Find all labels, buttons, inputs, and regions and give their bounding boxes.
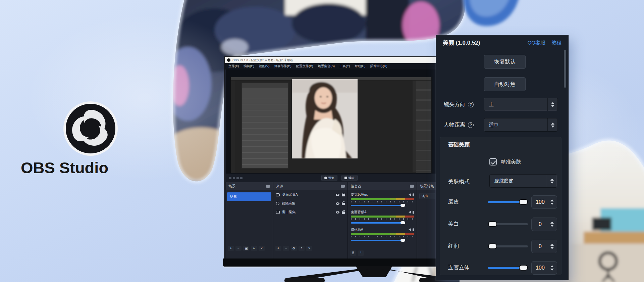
source-name: 窗口采集 <box>282 210 333 215</box>
fader-icon[interactable] <box>413 228 414 231</box>
rosy-slider[interactable] <box>488 245 528 247</box>
monitor-stand <box>272 266 460 282</box>
rosy-spinbox[interactable]: 0 <box>531 240 557 253</box>
fader-icon[interactable] <box>413 193 414 196</box>
speaker-icon[interactable] <box>409 193 411 196</box>
visibility-eye-icon[interactable] <box>336 194 339 196</box>
speaker-icon[interactable] <box>409 211 411 214</box>
help-icon[interactable]: ? <box>468 102 474 107</box>
tutorial-link[interactable]: 教程 <box>551 40 561 46</box>
help-icon[interactable]: ? <box>468 122 474 128</box>
dock-menu-icon[interactable] <box>341 185 345 188</box>
preview-toggle-button[interactable]: 预览 <box>321 175 337 181</box>
source-item[interactable]: 桌面采集A <box>273 190 347 199</box>
meter-ticks <box>351 218 414 220</box>
precise-skin-row: 精准美肤 <box>489 158 521 166</box>
precise-skin-checkbox[interactable] <box>489 158 497 166</box>
scene-filters-button[interactable]: ▣ <box>243 246 249 251</box>
smoothing-slider[interactable] <box>488 201 528 203</box>
camera-direction-select[interactable]: 上 <box>484 98 558 111</box>
menu-tools[interactable]: 工具(T) <box>339 64 350 68</box>
obs-titlebar[interactable]: OBS 29.1.3 - 配置文件: 未命名 - 场景: 未命名 <box>225 57 436 63</box>
face-3d-slider-row: 五官立体 100 <box>440 261 561 275</box>
spin-arrows-icon[interactable] <box>549 244 557 249</box>
person-distance-select[interactable]: 适中 <box>484 118 558 132</box>
source-name: 视频采集 <box>282 201 333 206</box>
edit-toggle-button[interactable]: 编辑 <box>341 175 358 181</box>
remove-source-button[interactable]: − <box>283 246 289 251</box>
qq-support-link[interactable]: QQ客服 <box>528 40 545 46</box>
face-3d-spinbox[interactable]: 100 <box>531 261 557 275</box>
smoothing-label: 磨皮 <box>448 198 459 205</box>
channel-name: 桌面音频A <box>351 210 367 215</box>
menu-edit[interactable]: 编辑(E) <box>244 64 254 68</box>
meter-ticks <box>351 201 414 202</box>
lock-icon[interactable] <box>342 203 345 205</box>
whitening-spinbox[interactable]: 0 <box>531 218 557 231</box>
dock-menu-icon[interactable] <box>266 185 270 188</box>
blue-wedge <box>463 0 519 26</box>
autofocus-button[interactable]: 自动对焦 <box>484 77 526 91</box>
volume-slider[interactable] <box>351 203 414 208</box>
volume-meter <box>351 198 414 200</box>
speaker-icon[interactable] <box>409 228 411 231</box>
menu-file[interactable]: 文件(F) <box>228 64 239 68</box>
restore-defaults-button[interactable]: 恢复默认 <box>484 55 526 69</box>
transition-select[interactable]: 淡出 <box>419 193 435 199</box>
source-up-button[interactable]: ˄ <box>299 246 305 251</box>
mixer-alert-button[interactable]: ! <box>358 250 364 256</box>
add-scene-button[interactable]: + <box>228 246 234 251</box>
source-down-button[interactable]: ˅ <box>306 246 312 251</box>
scenes-toolbar: + − ▣ ˄ ˅ <box>228 246 265 251</box>
scene-up-button[interactable]: ˄ <box>251 246 257 251</box>
spin-arrows-icon[interactable] <box>549 222 557 227</box>
scene-item-selected[interactable]: 场景 <box>227 192 271 201</box>
source-item[interactable]: 窗口采集 <box>273 208 347 217</box>
smoothing-spinbox[interactable]: 100 <box>531 195 557 209</box>
menu-profile[interactable]: 配置文件(P) <box>296 64 313 68</box>
add-source-button[interactable]: + <box>275 246 281 251</box>
menu-help[interactable]: 帮助(H) <box>355 64 365 68</box>
whitening-label: 美白 <box>448 221 459 228</box>
mixer-channel: 桌面音频A <box>348 208 417 225</box>
menu-scene-collection[interactable]: 场景集合(S) <box>318 64 335 68</box>
source-item[interactable]: 视频采集 <box>273 199 347 208</box>
rosy-value: 0 <box>532 243 549 249</box>
visibility-eye-icon[interactable] <box>336 202 339 205</box>
menu-plugin-center[interactable]: 插件中心(U) <box>370 64 387 68</box>
mixer-config-button[interactable]: 🎚 <box>350 250 356 256</box>
spin-arrows-icon[interactable] <box>549 199 557 205</box>
smoothing-value: 100 <box>532 199 549 205</box>
lock-icon[interactable] <box>342 194 345 196</box>
edit-toggle-label: 编辑 <box>348 176 355 180</box>
beauty-panel-title: 美颜 (1.0.0.52) <box>443 39 522 47</box>
obs-preview-area[interactable] <box>226 69 436 174</box>
lock-icon[interactable] <box>342 211 345 214</box>
visibility-eye-icon[interactable] <box>336 211 339 214</box>
scene-down-button[interactable]: ˅ <box>259 246 265 251</box>
whitening-slider[interactable] <box>488 223 528 225</box>
dock-menu-icon[interactable] <box>410 185 414 188</box>
skin-mode-select[interactable]: 朦胧磨皮 <box>489 174 557 188</box>
preview-pin-icon <box>324 177 327 179</box>
face-3d-slider[interactable] <box>488 267 528 269</box>
menu-docks[interactable]: 停靠部件(D) <box>274 64 291 68</box>
volume-slider[interactable] <box>351 238 414 243</box>
smoothing-slider-row: 磨皮 100 <box>440 195 561 209</box>
obs-logo-icon <box>62 100 119 157</box>
transitions-title: 场景转场 <box>420 184 434 189</box>
source-properties-button[interactable]: ⚙ <box>291 246 297 251</box>
fader-icon[interactable] <box>413 211 414 214</box>
volume-slider[interactable] <box>351 221 414 225</box>
edit-mode-icon <box>344 177 347 179</box>
menu-view[interactable]: 视图(V) <box>259 64 270 68</box>
spin-arrows-icon[interactable] <box>549 265 557 271</box>
chevron-updown-icon[interactable] <box>547 119 557 131</box>
chevron-updown-icon[interactable] <box>547 98 557 111</box>
chevron-updown-icon[interactable] <box>547 175 557 187</box>
panel-scrollbar[interactable] <box>564 50 566 88</box>
display-capture-icon <box>276 193 280 196</box>
basic-beauty-title: 基础美颜 <box>448 141 470 148</box>
channel-name: 麦克风/Aux <box>351 192 368 197</box>
remove-scene-button[interactable]: − <box>235 246 241 251</box>
